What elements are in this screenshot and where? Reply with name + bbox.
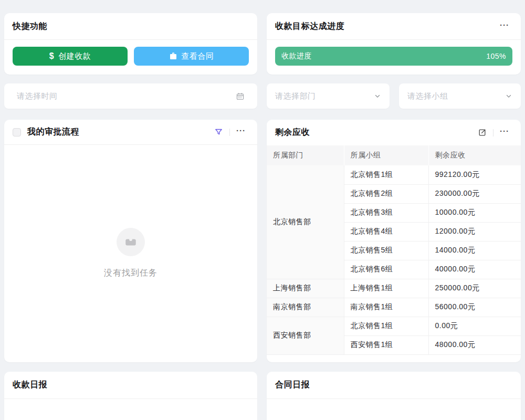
col-header-group: 所属小组 <box>344 145 428 165</box>
calendar-icon <box>236 92 245 101</box>
select-all-checkbox[interactable] <box>13 128 21 136</box>
create-payment-button[interactable]: $ 创建收款 <box>13 47 128 66</box>
progress-label: 收款进度 <box>281 51 312 61</box>
empty-state-text: 没有找到任务 <box>104 268 158 279</box>
collection-progress-header: 收款目标达成进度 ··· <box>267 13 521 40</box>
department-cell: 北京销售部 <box>267 165 344 279</box>
receivables-table: 所属部门 所属小组 剩余应收 北京销售部 北京销售1组 992120.00元 北… <box>267 145 521 355</box>
quick-actions-header: 快捷功能 <box>4 13 257 40</box>
approval-flow-card: 我的审批流程 ··· 没有找到任务 <box>4 120 257 362</box>
chevron-down-icon <box>505 92 512 100</box>
table-row: 北京销售部 北京销售1组 992120.00元 <box>267 165 521 184</box>
group-cell: 南京销售1组 <box>344 298 428 317</box>
amount-cell: 10000.00元 <box>428 203 521 222</box>
amount-cell: 56000.00元 <box>428 298 521 317</box>
payment-daily-header: 收款日报 <box>4 372 257 399</box>
payment-daily-card: 收款日报 <box>4 372 257 420</box>
header-divider <box>493 129 494 136</box>
amount-cell: 40000.00元 <box>428 260 521 279</box>
contract-daily-header: 合同日报 <box>267 372 521 399</box>
remaining-receivables-header: 剩余应收 ··· <box>267 120 521 145</box>
amount-cell: 230000.00元 <box>428 184 521 203</box>
group-cell: 北京销售1组 <box>344 317 428 335</box>
group-cell: 北京销售5组 <box>344 241 428 260</box>
empty-inbox-icon <box>117 228 145 256</box>
department-select-placeholder: 请选择部门 <box>275 91 316 101</box>
amount-cell: 0.00元 <box>428 317 521 335</box>
time-picker-placeholder: 请选择时间 <box>17 91 58 101</box>
table-row: 上海销售部 上海销售1组 250000.00元 <box>267 279 521 298</box>
progress-percent: 105% <box>486 52 506 60</box>
table-row: 南京销售部 南京销售1组 56000.00元 <box>267 298 521 317</box>
header-divider <box>229 129 230 136</box>
approval-empty-state: 没有找到任务 <box>4 145 257 362</box>
amount-cell: 992120.00元 <box>428 165 521 184</box>
table-row: 西安销售部 北京销售1组 0.00元 <box>267 317 521 335</box>
amount-cell: 250000.00元 <box>428 279 521 298</box>
card-title: 收款日报 <box>13 380 47 391</box>
create-payment-label: 创建收款 <box>58 51 91 61</box>
card-title: 合同日报 <box>275 380 310 391</box>
card-title: 剩余应收 <box>275 127 310 138</box>
collection-progress-bar: 收款进度 105% <box>275 47 512 66</box>
group-cell: 北京销售2组 <box>344 184 428 203</box>
group-cell: 上海销售1组 <box>344 279 428 298</box>
time-picker-input[interactable]: 请选择时间 <box>4 83 257 109</box>
group-cell: 北京销售3组 <box>344 203 428 222</box>
department-cell: 上海销售部 <box>267 279 344 298</box>
dollar-icon: $ <box>49 51 54 61</box>
col-header-amount: 剩余应收 <box>428 145 521 165</box>
group-cell: 北京销售1组 <box>344 165 428 184</box>
group-select[interactable]: 请选择小组 <box>399 83 521 109</box>
more-icon[interactable]: ··· <box>499 127 510 139</box>
card-title: 收款目标达成进度 <box>275 21 344 32</box>
approval-flow-header: 我的审批流程 ··· <box>4 120 257 145</box>
chevron-down-icon <box>374 92 381 100</box>
department-select[interactable]: 请选择部门 <box>267 83 390 109</box>
quick-actions-card: 快捷功能 $ 创建收款 查看合同 <box>4 13 257 75</box>
contract-daily-card: 合同日报 <box>267 372 521 420</box>
view-contract-label: 查看合同 <box>182 51 214 61</box>
filter-icon[interactable] <box>213 127 224 138</box>
collection-progress-card: 收款目标达成进度 ··· 收款进度 105% <box>267 13 521 75</box>
col-header-department: 所属部门 <box>267 145 344 165</box>
page-title: 快捷功能 <box>13 21 47 32</box>
briefcase-icon <box>169 52 177 60</box>
group-select-placeholder: 请选择小组 <box>407 91 448 101</box>
amount-cell: 48000.00元 <box>428 335 521 354</box>
group-cell: 北京销售4组 <box>344 222 428 241</box>
table-header-row: 所属部门 所属小组 剩余应收 <box>267 145 521 165</box>
department-cell: 西安销售部 <box>267 317 344 354</box>
external-link-icon[interactable] <box>476 127 488 139</box>
card-title: 我的审批流程 <box>27 127 79 138</box>
remaining-receivables-card: 剩余应收 ··· 所属部门 所属小组 剩余应收 北京销售部 北京销售1组 <box>267 120 521 362</box>
view-contract-button[interactable]: 查看合同 <box>134 47 249 66</box>
amount-cell: 12000.00元 <box>428 222 521 241</box>
more-icon[interactable]: ··· <box>499 20 510 32</box>
amount-cell: 14000.00元 <box>428 241 521 260</box>
more-icon[interactable]: ··· <box>235 127 247 138</box>
group-cell: 北京销售6组 <box>344 260 428 279</box>
group-cell: 西安销售1组 <box>344 335 428 354</box>
department-cell: 南京销售部 <box>267 298 344 317</box>
